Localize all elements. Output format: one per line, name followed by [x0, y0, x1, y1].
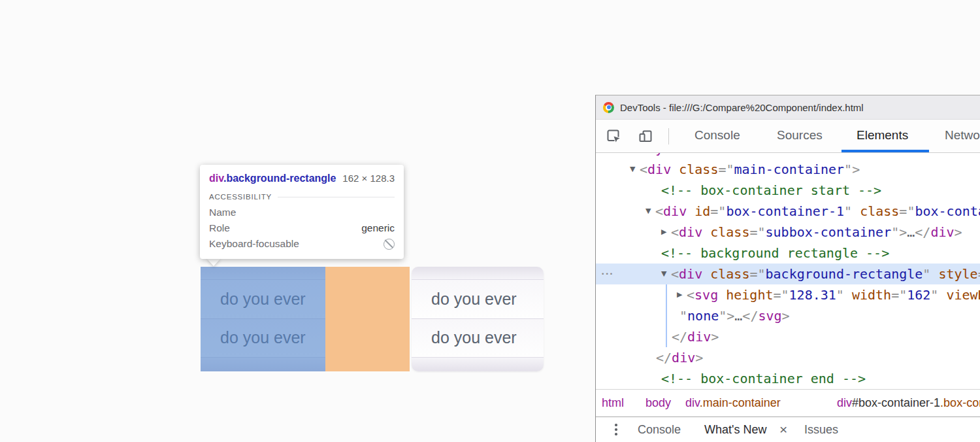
- chrome-icon: [603, 102, 614, 113]
- devtools-window: DevTools - file:///G:/Compare%20Componen…: [595, 95, 980, 442]
- selector-tag: div: [209, 173, 223, 184]
- expand-arrow-icon[interactable]: ▶: [677, 284, 687, 305]
- card-bottom-band: [412, 357, 544, 371]
- selector-class: .background-rectangle: [223, 173, 336, 184]
- inspect-element-icon[interactable]: [606, 128, 621, 144]
- devtools-drawer: Console What's New × Issues: [596, 416, 980, 442]
- tree-row[interactable]: ▶<div class="subbox-container">…</div>: [596, 222, 980, 243]
- list-item[interactable]: do you ever: [412, 318, 544, 357]
- highlight-content-overlay: [201, 267, 325, 371]
- collapse-arrow-icon[interactable]: ▼: [645, 201, 655, 222]
- not-focusable-icon: [384, 239, 395, 250]
- devtools-toolbar: Console Sources Elements Network: [596, 120, 980, 153]
- drawer-tab-issues[interactable]: Issues: [804, 417, 838, 442]
- drawer-tab-whats-new[interactable]: What's New: [704, 417, 766, 442]
- card-top-band: [412, 267, 544, 279]
- devtools-window-title: DevTools - file:///G:/Compare%20Componen…: [620, 102, 864, 113]
- breadcrumb-item[interactable]: html: [602, 390, 624, 416]
- tree-row[interactable]: </div>: [596, 326, 980, 347]
- elements-tree: ▼<body>▼<div class="main-container"><!--…: [596, 153, 980, 389]
- role-value: generic: [361, 222, 395, 234]
- tree-row[interactable]: <!-- background rectangle -->: [596, 243, 980, 264]
- breadcrumb-item[interactable]: body: [645, 390, 671, 416]
- tree-row[interactable]: <!-- box-container end -->: [596, 368, 980, 389]
- tree-row[interactable]: ▼<div id="box-container-1" class="box-co…: [596, 201, 980, 222]
- tree-row[interactable]: </div>: [596, 347, 980, 368]
- tooltip-row-role: Role generic: [200, 220, 404, 236]
- breadcrumb: htmlbodydiv.main-containerdiv#box-contai…: [596, 389, 980, 416]
- tooltip-row-keyboard-focusable: Keyboard-focusable: [200, 236, 404, 252]
- tooltip-arrow: [206, 258, 221, 266]
- collapse-arrow-icon[interactable]: ▼: [614, 153, 624, 159]
- tab-elements[interactable]: Elements: [857, 120, 908, 150]
- tree-row[interactable]: ▼<body>: [596, 153, 980, 159]
- tab-console[interactable]: Console: [694, 120, 740, 150]
- tooltip-row-name: Name: [200, 205, 404, 220]
- tree-row[interactable]: "none">…</svg>: [596, 305, 980, 326]
- accessibility-section-header: ACCESSIBILITY: [200, 184, 404, 201]
- tree-row-selected[interactable]: •••▼<div class="background-rectangle" st…: [596, 264, 980, 284]
- tab-sources[interactable]: Sources: [777, 120, 823, 150]
- devtools-titlebar[interactable]: DevTools - file:///G:/Compare%20Componen…: [596, 95, 980, 120]
- inspect-tooltip: div.background-rectangle 162 × 128.3 ACC…: [200, 165, 404, 259]
- active-tab-indicator: [841, 150, 929, 152]
- drawer-tab-console[interactable]: Console: [638, 417, 681, 442]
- tab-network[interactable]: Network: [945, 120, 980, 150]
- close-icon[interactable]: ×: [779, 417, 787, 442]
- highlight-padding-overlay: [325, 267, 410, 371]
- accessibility-label: ACCESSIBILITY: [209, 193, 272, 201]
- device-toolbar-icon[interactable]: [638, 128, 653, 144]
- breadcrumb-item[interactable]: div#box-container-1.box-container: [837, 390, 980, 416]
- toolbar-separator: [668, 128, 669, 144]
- row-overflow-menu-icon[interactable]: •••: [601, 264, 613, 284]
- section-rule: [278, 197, 395, 197]
- tree-row[interactable]: ▼<div class="main-container">: [596, 159, 980, 180]
- right-component: do you ever do you ever: [412, 267, 544, 371]
- tree-row[interactable]: <!-- box-container start -->: [596, 180, 980, 201]
- list-item[interactable]: do you ever: [412, 279, 544, 318]
- expand-arrow-icon[interactable]: ▶: [661, 222, 671, 243]
- tooltip-selector: div.background-rectangle: [209, 173, 336, 184]
- tooltip-title-row: div.background-rectangle 162 × 128.3: [200, 165, 404, 184]
- collapse-arrow-icon[interactable]: ▼: [661, 264, 671, 284]
- breadcrumb-item[interactable]: div.main-container: [685, 390, 781, 416]
- element-dimensions: 162 × 128.3: [342, 173, 395, 184]
- collapse-arrow-icon[interactable]: ▼: [630, 159, 640, 180]
- tree-row[interactable]: ▶<svg height="128.31" width="162" viewBo…: [596, 284, 980, 305]
- drawer-menu-icon[interactable]: [615, 424, 617, 435]
